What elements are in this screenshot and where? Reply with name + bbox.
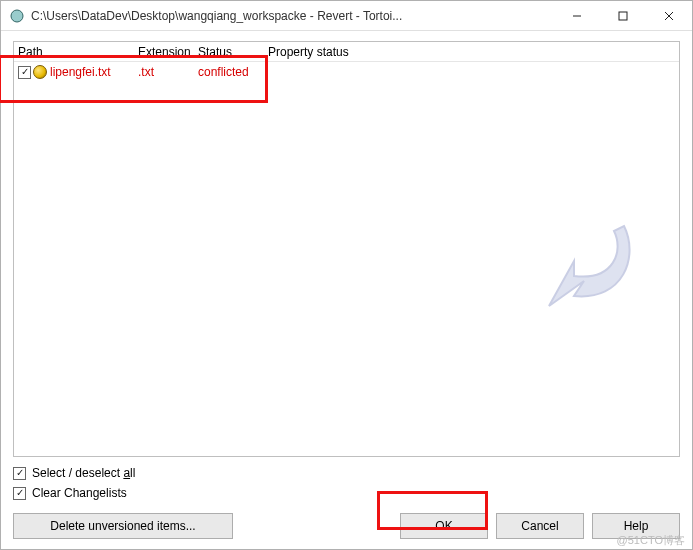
window-title: C:\Users\DataDev\Desktop\wangqiang_works… bbox=[31, 9, 554, 23]
cell-status: conflicted bbox=[194, 65, 264, 79]
row-checkbox[interactable] bbox=[18, 66, 31, 79]
list-header: Path Extension Status Property status bbox=[14, 42, 679, 62]
maximize-button[interactable] bbox=[600, 1, 646, 30]
header-extension[interactable]: Extension bbox=[134, 45, 194, 59]
client-area: Path Extension Status Property status li… bbox=[1, 31, 692, 549]
header-status[interactable]: Status bbox=[194, 45, 264, 59]
clear-changelists-option[interactable]: Clear Changelists bbox=[13, 483, 680, 503]
window-controls bbox=[554, 1, 692, 30]
select-all-checkbox[interactable] bbox=[13, 467, 26, 480]
clear-changelists-checkbox[interactable] bbox=[13, 487, 26, 500]
cell-path: lipengfei.txt bbox=[14, 65, 134, 79]
watermark-arrow-icon bbox=[529, 201, 649, 321]
header-property-status[interactable]: Property status bbox=[264, 45, 404, 59]
cell-extension: .txt bbox=[134, 65, 194, 79]
filename: lipengfei.txt bbox=[50, 65, 111, 79]
app-icon bbox=[9, 8, 25, 24]
minimize-button[interactable] bbox=[554, 1, 600, 30]
select-all-label: Select / deselect all bbox=[32, 466, 135, 480]
delete-unversioned-button[interactable]: Delete unversioned items... bbox=[13, 513, 233, 539]
options-area: Select / deselect all Clear Changelists bbox=[13, 457, 680, 507]
cancel-button[interactable]: Cancel bbox=[496, 513, 584, 539]
header-path[interactable]: Path bbox=[14, 45, 134, 59]
help-button[interactable]: Help bbox=[592, 513, 680, 539]
button-row: Delete unversioned items... OK Cancel He… bbox=[13, 507, 680, 539]
svg-rect-2 bbox=[619, 12, 627, 20]
select-all-option[interactable]: Select / deselect all bbox=[13, 463, 680, 483]
table-row[interactable]: lipengfei.txt .txt conflicted bbox=[14, 62, 679, 82]
ok-button[interactable]: OK bbox=[400, 513, 488, 539]
close-button[interactable] bbox=[646, 1, 692, 30]
file-list[interactable]: Path Extension Status Property status li… bbox=[13, 41, 680, 457]
titlebar: C:\Users\DataDev\Desktop\wangqiang_works… bbox=[1, 1, 692, 31]
file-status-icon bbox=[33, 65, 47, 79]
svg-point-0 bbox=[11, 10, 23, 22]
clear-changelists-label: Clear Changelists bbox=[32, 486, 127, 500]
revert-dialog: C:\Users\DataDev\Desktop\wangqiang_works… bbox=[0, 0, 693, 550]
